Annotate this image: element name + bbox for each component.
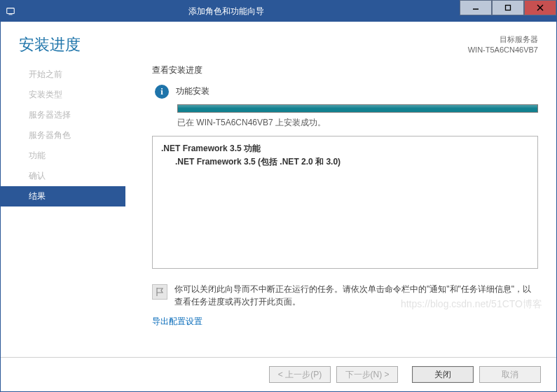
- target-server-name: WIN-T5A6CN46VB7: [468, 45, 538, 55]
- target-label: 目标服务器: [468, 34, 538, 45]
- content-subhead: 查看安装进度: [152, 64, 538, 76]
- step-features: 功能: [1, 146, 125, 166]
- svg-rect-0: [7, 8, 15, 14]
- titlebar: 添加角色和功能向导: [1, 1, 556, 22]
- export-config-link[interactable]: 导出配置设置: [152, 316, 538, 328]
- feature-line-1: .NET Framework 3.5 功能: [161, 142, 529, 155]
- footer: < 上一步(P) 下一步(N) > 关闭 取消: [1, 357, 556, 391]
- step-confirmation: 确认: [1, 166, 125, 186]
- body: 开始之前 安装类型 服务器选择 服务器角色 功能 确认 结果 查看安装进度 i …: [1, 62, 556, 357]
- wizard-window: 添加角色和功能向导 安装进度 目标服务器 WIN-T5A6CN46VB7 开始之…: [0, 0, 557, 392]
- info-icon: i: [155, 85, 169, 99]
- next-button[interactable]: 下一步(N) >: [336, 366, 398, 383]
- installed-features-box: .NET Framework 3.5 功能 .NET Framework 3.5…: [152, 136, 538, 269]
- app-icon: [5, 6, 16, 17]
- note-text: 你可以关闭此向导而不中断正在运行的任务。请依次单击命令栏中的"通知"和"任务详细…: [174, 283, 538, 309]
- install-status-row: i 功能安装: [155, 85, 538, 99]
- header: 安装进度 目标服务器 WIN-T5A6CN46VB7: [1, 22, 556, 62]
- step-install-type: 安装类型: [1, 85, 125, 105]
- svg-rect-3: [506, 6, 511, 10]
- wizard-steps: 开始之前 安装类型 服务器选择 服务器角色 功能 确认 结果: [1, 62, 125, 357]
- cancel-button[interactable]: 取消: [479, 366, 541, 383]
- feature-line-2: .NET Framework 3.5 (包括 .NET 2.0 和 3.0): [161, 155, 529, 169]
- step-results[interactable]: 结果: [1, 186, 125, 206]
- progress-bar: [177, 104, 538, 113]
- svg-rect-1: [8, 14, 12, 15]
- step-before-begin: 开始之前: [1, 64, 125, 85]
- content-area: 查看安装进度 i 功能安装 已在 WIN-T5A6CN46VB7 上安装成功。 …: [125, 62, 556, 357]
- window-controls: [460, 1, 556, 22]
- progress-wrap: [177, 104, 538, 113]
- target-server-block: 目标服务器 WIN-T5A6CN46VB7: [468, 34, 538, 56]
- maximize-button[interactable]: [492, 0, 524, 15]
- step-server-selection: 服务器选择: [1, 105, 125, 125]
- install-status-text: 功能安装: [176, 85, 209, 97]
- page-heading: 安装进度: [19, 34, 81, 55]
- note-row: 你可以关闭此向导而不中断正在运行的任务。请依次单击命令栏中的"通知"和"任务详细…: [152, 283, 538, 309]
- step-server-roles: 服务器角色: [1, 125, 125, 146]
- previous-button[interactable]: < 上一步(P): [269, 366, 331, 383]
- close-button[interactable]: [524, 0, 556, 15]
- window-title: 添加角色和功能向导: [20, 6, 460, 18]
- minimize-button[interactable]: [460, 0, 492, 15]
- flag-icon: [152, 284, 167, 300]
- close-wizard-button[interactable]: 关闭: [412, 366, 474, 383]
- install-success-text: 已在 WIN-T5A6CN46VB7 上安装成功。: [177, 117, 538, 129]
